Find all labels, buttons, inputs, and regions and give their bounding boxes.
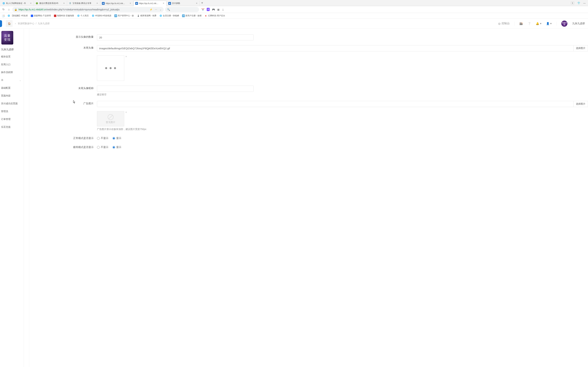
close-icon[interactable]: × (63, 2, 65, 5)
normal-mode-hide-radio[interactable]: 不显示 (97, 137, 108, 140)
tail-avatar-label: 末尾头像 (29, 45, 97, 50)
home-button[interactable]: 🏠 (6, 20, 13, 27)
choose-image-button[interactable]: 选择图片 (573, 45, 588, 51)
close-icon[interactable]: × (129, 2, 131, 5)
ad-image-hint: 广告图片显示在版块顶部，建议图片宽度750px (97, 128, 146, 131)
globe-icon: 🌐 (77, 14, 80, 17)
remove-image-icon[interactable]: × (125, 111, 127, 114)
home-icon[interactable]: ⌂ (7, 8, 11, 12)
sidebar-item-recharge[interactable]: 乐豆充值 (0, 123, 24, 131)
close-icon[interactable]: × (96, 2, 98, 5)
browser-tab-active[interactable]: M https://qu.fu.m1.mk… × (133, 1, 167, 6)
site-m-icon: M (168, 2, 171, 5)
site-m-icon: M (135, 2, 138, 5)
browser-toolbar: ↻ ⌂ 🔒 https://qu.fu.m1.mkdzkf.cn/web/ind… (0, 6, 588, 13)
download-icon[interactable]: ⭳ (222, 8, 224, 11)
sidebar-item-success[interactable]: 支付成功后页面 (0, 100, 24, 108)
simple-mode-label: 极简模式是否显示 (29, 145, 97, 149)
bookmark-item[interactable]: ♟️棋牌资源网 - 免费 (136, 14, 157, 17)
breadcrumb-part[interactable]: 九块九进群 (38, 22, 50, 25)
no-image-icon (107, 114, 114, 120)
globe-icon: 🌐 (2, 2, 5, 5)
tab-title: 宝塔面板·腾讯云专享 (72, 2, 95, 5)
sidebar-item-page[interactable]: 页面内容 (0, 92, 24, 100)
tail-nick-input[interactable] (97, 86, 253, 92)
bell-icon[interactable]: 🔔 ▾ (536, 22, 541, 25)
close-icon[interactable]: × (162, 2, 165, 5)
bookmark-item[interactable]: 🌐个人简历 (76, 14, 89, 17)
console-button[interactable]: ◎ 控制台 (498, 22, 510, 25)
flash-icon[interactable]: ⚡ (150, 8, 152, 11)
chevron-down-icon[interactable]: ⌄ (160, 8, 162, 11)
browser-tab[interactable]: 🟢 微信付费进群系统H5 × (34, 1, 67, 6)
help-icon[interactable]: ❔ (527, 22, 531, 25)
gamepad-icon[interactable]: 🎮 (212, 8, 215, 11)
bookmark-item[interactable]: ◐亿网科技-用户后台 (204, 14, 226, 17)
user-icon[interactable]: 👤 ▾ (546, 22, 552, 25)
avatar-count-label: 显示头像的数量 (29, 34, 97, 39)
bookmark-item[interactable]: 🌐【新提醒】H5龙虎 (7, 14, 28, 17)
main-content: 显示头像的数量 末尾头像 选择图片 × 末尾头像昵称 建议留空 (29, 29, 588, 367)
simple-mode-show-radio[interactable]: 显示 (112, 146, 121, 149)
browser-tab-strip: 🌐 私人订制网络验证 - B × 🟢 微信付费进群系统H5 × 🛡️ 宝塔面板·… (0, 0, 588, 6)
globe-icon: 🌐 (92, 14, 95, 17)
browser-tab[interactable]: 🛡️ 宝塔面板·腾讯云专享 × (67, 1, 100, 6)
search-input[interactable]: 🔍 (165, 7, 199, 12)
site-m-icon: M (102, 2, 105, 5)
apps-icon[interactable]: ▦ (217, 8, 219, 11)
sidebar-item-basic[interactable]: 基础配置 (0, 84, 24, 92)
store-icon[interactable]: 🏬 (519, 22, 523, 25)
bookmark-item[interactable]: ZR用户管理中心 - 纵 (114, 14, 135, 17)
new-tab-button[interactable]: + (200, 1, 205, 5)
tab-count-badge[interactable]: 6 (571, 1, 574, 5)
address-bar[interactable]: 🔒 https://qu.fu.m1.mkdzkf.cn/web/index.p… (12, 7, 164, 12)
loading-dots-icon (105, 67, 116, 69)
browser-tab[interactable]: 🌐 私人订制网络验证 - B × (1, 1, 34, 6)
more-icon[interactable]: ⋯ (155, 8, 157, 11)
bookmark-item[interactable]: 鼎森网络-产品管理 (30, 14, 52, 17)
ad-image-input[interactable] (97, 101, 573, 107)
sidebar-item-admin[interactable]: 管理员 (0, 108, 24, 115)
breadcrumb-part[interactable]: 资源吧数据中心 (18, 22, 34, 25)
normal-mode-label: 正常模式是否显示 (29, 136, 97, 140)
bookmarks-icon[interactable]: 📑 (1, 14, 5, 18)
reload-icon[interactable]: ↻ (1, 8, 5, 12)
chevron-down-icon: ⌄ (19, 79, 21, 82)
site-icon (31, 15, 33, 17)
close-icon[interactable]: × (30, 2, 32, 5)
site-icon: ◐ (205, 14, 208, 17)
sidebar-group[interactable]: 单 ⌄ (0, 76, 24, 84)
choose-image-button[interactable]: 选择图片 (573, 101, 588, 107)
sidebar: 流量 变现 九块九进群 模块首页 应用入口 操作员权限 单 ⌄ 基础配置 页面内… (0, 29, 24, 367)
tail-avatar-input[interactable] (97, 45, 573, 51)
normal-mode-show-radio[interactable]: 显示 (112, 137, 121, 140)
bookmark-item[interactable]: 海量科技-安徽海量 (53, 14, 75, 17)
wardrobe-icon[interactable]: 👕 (577, 2, 580, 4)
sidebar-item-operator[interactable]: 操作员权限 (0, 68, 24, 76)
tab-title: 支付参数 (172, 2, 194, 5)
tab-title: https://qu.fu.m1.mk… (139, 2, 161, 5)
minimize-icon[interactable]: — (583, 2, 586, 4)
globe-icon: 🌐 (8, 14, 10, 17)
wechat-icon: 🟢 (35, 2, 38, 5)
svg-line-1 (109, 115, 112, 119)
browser-tab[interactable]: M https://qu.fu.m1.mk… × (100, 1, 133, 6)
bookmark-item[interactable]: 🌐H5源码-H5游戏源 (91, 14, 112, 17)
avatar[interactable]: 流量变现 (561, 21, 567, 27)
sidebar-item-orders[interactable]: 订单管理 (0, 115, 24, 123)
sidebar-brand: 流量 变现 (1, 31, 13, 44)
remove-image-icon[interactable]: × (125, 55, 127, 58)
tab-title: https://qu.fu.m1.mk… (106, 2, 128, 5)
bookmark-item[interactable]: 🌐会员注册 - 快稳網 (159, 14, 180, 17)
translate-icon[interactable]: 译 (207, 8, 210, 11)
tail-nick-label: 末尾头像昵称 (29, 86, 97, 90)
simple-mode-hide-radio[interactable]: 不显示 (97, 146, 108, 149)
avatar-count-input[interactable] (97, 34, 253, 41)
scissors-icon[interactable]: ✂️ (201, 8, 204, 11)
bookmark-item[interactable]: ZR新用户注册 - 纵横 (181, 14, 202, 17)
close-icon[interactable]: × (196, 2, 198, 5)
sidebar-item-module-home[interactable]: 模块首页 (0, 53, 24, 61)
site-name: 九块九进群 (572, 22, 585, 25)
browser-tab[interactable]: M 支付参数 × (167, 1, 200, 6)
sidebar-item-app-entry[interactable]: 应用入口 (0, 61, 24, 68)
